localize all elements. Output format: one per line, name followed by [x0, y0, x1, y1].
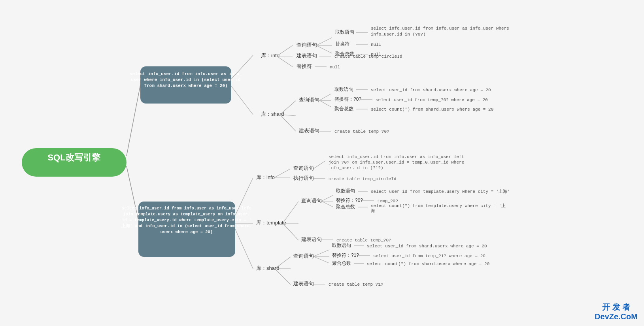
svg-text:null: null: [371, 42, 381, 47]
svg-text:from shard.userx where age = 2: from shard.userx where age = 20): [144, 83, 227, 88]
svg-text:查询语句: 查询语句: [301, 198, 322, 204]
svg-text:null: null: [330, 65, 340, 70]
svg-text:聚合总数: 聚合总数: [336, 204, 355, 209]
svg-text:select count(*) from shard.use: select count(*) from shard.userx where a…: [371, 107, 493, 112]
svg-text:海: 海: [371, 209, 375, 213]
svg-text:select user_id from template.u: select user_id from template.usery where…: [371, 189, 510, 194]
svg-text:join ?0?  on info_user.user_id: join ?0? on info_user.user_id = temp_0.u…: [329, 160, 464, 165]
svg-text:create table temp_circleId: create table temp_circleId: [329, 177, 397, 181]
svg-text:替换符：?1?: 替换符：?1?: [332, 253, 359, 258]
svg-text:select user_id from temp_?0? w: select user_id from temp_?0? where age =…: [376, 98, 488, 102]
svg-text:替换符: 替换符: [297, 63, 312, 69]
svg-text:替换符：?0?: 替换符：?0?: [336, 198, 363, 203]
svg-text:temp_?0?: temp_?0?: [377, 199, 398, 204]
svg-text:select user_id from shard.user: select user_id from shard.userx where ag…: [367, 244, 487, 249]
svg-text:替换符: 替换符: [335, 41, 349, 47]
svg-text:查询语句: 查询语句: [293, 165, 314, 171]
svg-text:select count(*) from shard.use: select count(*) from shard.userx where a…: [367, 262, 489, 266]
watermark-line1: 开 发 者: [595, 302, 638, 312]
svg-text:select user_id from temp_?1? w: select user_id from temp_?1? where age =…: [373, 254, 485, 258]
svg-text:create table temp_?0?: create table temp_?0?: [336, 238, 391, 243]
svg-text:SQL改写引擎: SQL改写引擎: [47, 153, 100, 162]
svg-text:聚合总数: 聚合总数: [332, 260, 351, 266]
svg-text:上海' and info_user.id in (selec: 上海' and info_user.id in (select user_id …: [121, 223, 252, 228]
svg-text:聚合总数: 聚合总数: [334, 106, 353, 111]
svg-text:join template.usery as templat: join template.usery as template_usery on…: [123, 212, 250, 217]
svg-text:取数语句: 取数语句: [335, 29, 354, 35]
svg-text:建表语句: 建表语句: [298, 128, 319, 134]
svg-text:替换符：?0?: 替换符：?0?: [334, 96, 361, 102]
svg-text:select info_user.id from info.: select info_user.id from info.user as in…: [130, 72, 242, 76]
svg-text:取数语句: 取数语句: [334, 87, 353, 92]
svg-text:create table temp_?1?: create table temp_?1?: [329, 282, 383, 287]
svg-text:库：info: 库：info: [261, 53, 280, 58]
svg-text:查询语句: 查询语句: [299, 97, 319, 103]
watermark: 开 发 者 DevZe.CoM: [595, 302, 638, 321]
svg-text:库：template: 库：template: [256, 220, 286, 226]
svg-text:建表语句: 建表语句: [296, 53, 317, 58]
svg-text:建表语句: 建表语句: [293, 281, 314, 286]
svg-text:执行语句: 执行语句: [293, 175, 314, 181]
svg-text:id = template_usery.id where t: id = template_usery.id where template_us…: [122, 218, 251, 222]
svg-text:取数语句: 取数语句: [336, 188, 355, 194]
svg-text:user where info_user.id in (se: user where info_user.id in (select user_…: [131, 77, 240, 82]
svg-text:建表语句: 建表语句: [301, 236, 322, 242]
svg-text:info_user.id in (?1?): info_user.id in (?1?): [329, 166, 383, 170]
svg-text:create table temp_circleId: create table temp_circleId: [334, 54, 402, 59]
svg-text:查询语句: 查询语句: [293, 253, 314, 259]
svg-text:库：info: 库：info: [256, 174, 275, 180]
svg-text:userx where age = 20): userx where age = 20): [161, 230, 213, 234]
svg-text:查询语句: 查询语句: [297, 42, 317, 48]
watermark-line2: DevZe.CoM: [595, 312, 638, 321]
svg-text:select info_user.id from info.: select info_user.id from info.user as in…: [329, 155, 464, 159]
svg-text:select count(*) from template.: select count(*) from template.usery wher…: [371, 203, 506, 208]
svg-text:info_user.id in (?0?): info_user.id in (?0?): [371, 32, 426, 37]
svg-text:create table temp_?0?: create table temp_?0?: [334, 129, 389, 134]
diagram: SQL改写引擎 select info_user.id from info.us…: [0, 0, 644, 326]
svg-text:取数语句: 取数语句: [332, 243, 351, 248]
svg-text:select info_user.id from info.: select info_user.id from info.user as in…: [122, 206, 251, 211]
svg-text:select info_user.id from info.: select info_user.id from info.user as in…: [371, 26, 509, 31]
svg-text:select user_id from shard.user: select user_id from shard.userx where ag…: [371, 88, 491, 92]
